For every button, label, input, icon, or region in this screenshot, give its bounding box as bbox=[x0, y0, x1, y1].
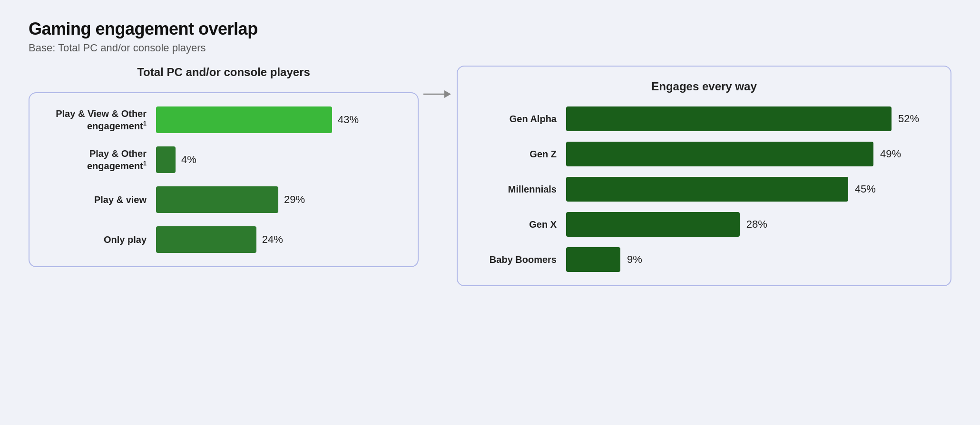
right-bar-value: 9% bbox=[627, 253, 642, 266]
right-bar-label: Millennials bbox=[480, 183, 557, 195]
right-bar-label: Gen Z bbox=[480, 148, 557, 160]
left-bar-row: Play & view29% bbox=[47, 186, 401, 213]
right-panel-title: Engages every way bbox=[480, 80, 928, 93]
right-bar-value: 28% bbox=[746, 218, 767, 231]
left-bar-row: Play & Other engagement14% bbox=[47, 146, 401, 173]
arrow-column bbox=[419, 66, 457, 104]
main-title: Gaming engagement overlap bbox=[29, 19, 951, 39]
right-panel: Engages every way Gen Alpha52%Gen Z49%Mi… bbox=[457, 66, 951, 286]
svg-marker-1 bbox=[444, 90, 451, 98]
left-bar-label: Play & View & Other engagement1 bbox=[47, 107, 147, 132]
arrow-icon bbox=[423, 85, 452, 104]
right-bar-track: 28% bbox=[566, 212, 928, 237]
left-bar-label: Play & view bbox=[47, 193, 147, 206]
right-bar-row: Gen X28% bbox=[480, 212, 928, 237]
right-bar-value: 49% bbox=[880, 148, 901, 160]
left-panel-title: Total PC and/or console players bbox=[137, 66, 310, 79]
left-bar-fill bbox=[156, 226, 256, 253]
right-bar-label: Gen X bbox=[480, 218, 557, 231]
left-bar-value: 43% bbox=[338, 114, 359, 126]
left-bar-label: Only play bbox=[47, 233, 147, 246]
left-bar-track: 24% bbox=[156, 226, 401, 253]
left-bar-value: 29% bbox=[284, 193, 305, 206]
right-bar-row: Baby Boomers9% bbox=[480, 247, 928, 272]
right-bar-fill bbox=[566, 177, 848, 202]
right-bar-row: Gen Alpha52% bbox=[480, 106, 928, 131]
right-bar-row: Gen Z49% bbox=[480, 142, 928, 166]
right-bar-fill bbox=[566, 212, 740, 237]
right-bar-track: 49% bbox=[566, 142, 928, 166]
right-bar-fill bbox=[566, 106, 892, 131]
left-bar-fill bbox=[156, 146, 176, 173]
left-bar-track: 29% bbox=[156, 186, 401, 213]
subtitle: Base: Total PC and/or console players bbox=[29, 42, 951, 54]
left-bar-fill bbox=[156, 186, 278, 213]
right-chart-box: Gen Alpha52%Gen Z49%Millennials45%Gen X2… bbox=[480, 106, 928, 272]
right-bar-row: Millennials45% bbox=[480, 177, 928, 202]
right-bar-value: 45% bbox=[855, 183, 876, 195]
right-bar-track: 9% bbox=[566, 247, 928, 272]
left-bar-row: Only play24% bbox=[47, 226, 401, 253]
left-bar-label: Play & Other engagement1 bbox=[47, 147, 147, 172]
left-bar-fill bbox=[156, 106, 332, 133]
left-chart-box: Play & View & Other engagement143%Play &… bbox=[29, 92, 419, 267]
right-bar-track: 45% bbox=[566, 177, 928, 202]
right-bar-track: 52% bbox=[566, 106, 928, 131]
left-bar-track: 4% bbox=[156, 146, 401, 173]
left-bar-value: 24% bbox=[262, 233, 283, 246]
left-bar-row: Play & View & Other engagement143% bbox=[47, 106, 401, 133]
right-bar-label: Gen Alpha bbox=[480, 113, 557, 125]
right-bar-value: 52% bbox=[898, 113, 919, 125]
left-bar-value: 4% bbox=[181, 154, 196, 166]
left-bar-track: 43% bbox=[156, 106, 401, 133]
right-bar-fill bbox=[566, 142, 873, 166]
title-section: Gaming engagement overlap Base: Total PC… bbox=[29, 19, 951, 54]
charts-row: Total PC and/or console players Play & V… bbox=[29, 66, 951, 406]
right-bar-label: Baby Boomers bbox=[480, 253, 557, 266]
page-container: Gaming engagement overlap Base: Total PC… bbox=[29, 19, 951, 406]
right-bar-fill bbox=[566, 247, 620, 272]
left-panel: Total PC and/or console players Play & V… bbox=[29, 66, 419, 267]
